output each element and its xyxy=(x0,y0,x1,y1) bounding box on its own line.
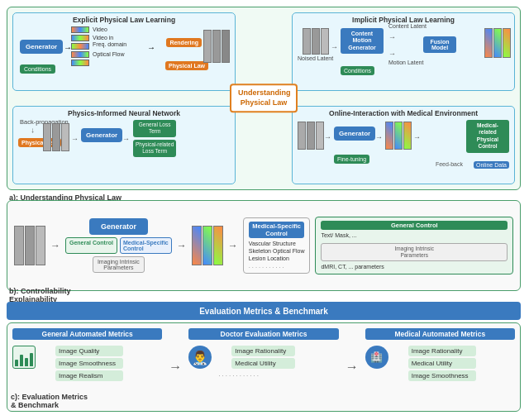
br-output-films xyxy=(385,122,412,150)
bl-input-films xyxy=(43,123,69,151)
bl-prlt: Physical-relatedLoss Term xyxy=(133,140,176,157)
sb-dmri: dMRI, CT, ... parameters xyxy=(321,263,508,270)
sb-lesion: Lesion Location xyxy=(249,255,305,262)
tr-conditions: Conditions xyxy=(341,66,374,75)
sb-generator: Generator xyxy=(89,218,148,235)
sb-med-ctrl-box: Medical-SpecificControl Vascular Structu… xyxy=(243,217,311,274)
sb-med-ctrl-title: Medical-SpecificControl xyxy=(249,222,305,238)
top-left-title: Explicit Physical Law Learning xyxy=(73,16,175,24)
tl-physical-law: Physical Law xyxy=(165,61,208,70)
bl-arrow2: → xyxy=(122,135,130,143)
sb-arrow2: → xyxy=(177,240,187,251)
section-a: Explicit Physical Law Learning Generator… xyxy=(7,7,521,190)
sb-vascular: Vascular Structure xyxy=(249,240,305,247)
tl-rendering: Rendering xyxy=(166,38,202,47)
bl-generator: Generator xyxy=(81,128,122,142)
eval-col-1-header: General Automated Metrics xyxy=(12,328,162,340)
tl-arrow2: → xyxy=(147,43,155,52)
tr-content-latent: Content Latent xyxy=(388,23,427,29)
section-b: → Generator General Control Medical-Spec… xyxy=(7,200,521,291)
sb-arrow1: → xyxy=(50,240,60,251)
br-medical-phy: Medical-relatedPhysicalControl xyxy=(466,120,509,153)
bl-glt: General LossTerm xyxy=(133,120,176,137)
tr-fusion: FusionModel xyxy=(423,36,456,53)
center-physical-law-label: UnderstandingPhysical Law xyxy=(230,84,298,112)
tr-motion-latent: Motion Latent xyxy=(388,60,423,65)
tr-arrow3: → xyxy=(388,50,396,58)
eval-col-1-item-2: Image Smoothness xyxy=(55,358,123,369)
section-c-header: Evaluation Metrics & Benchmark xyxy=(7,302,521,320)
sb-medical-control-sub: Medical-SpecificControl xyxy=(120,237,172,254)
bottom-left-title: Physics-Informed Neural Network xyxy=(68,109,180,117)
tr-arrow2: → xyxy=(388,33,396,41)
eval-col-3-item-2: Medical Utility xyxy=(408,358,476,369)
sb-gen-ctrl-title: General Control xyxy=(321,221,508,230)
eval-col-3-item-3: Image Smoothness xyxy=(408,370,476,381)
main-container: Explicit Physical Law Learning Generator… xyxy=(0,0,529,420)
eval-col-3-header: Medical Automated Metrics xyxy=(365,328,515,340)
br-feedback: Feed-back xyxy=(436,161,463,167)
bl-arr-down: → xyxy=(29,127,37,135)
tr-cmg: ContentMotionGenerator xyxy=(341,28,384,54)
eval-col-2-item-1: Image Rationality xyxy=(231,346,294,356)
bl-loss-terms: General LossTerm Physical-relatedLoss Te… xyxy=(133,120,176,157)
top-right-box: Implicit Physical Law Learning Noised La… xyxy=(292,12,515,91)
eval-col-2-header: Doctor Evaluation Metrics xyxy=(188,328,338,340)
sb-input-films xyxy=(14,226,45,265)
sb-text-mask: Text/ Mask, ... xyxy=(321,231,508,239)
doctor-icon: 👨‍⚕️ xyxy=(188,346,212,369)
sb-imaging-right: Imaging IntrinsicParameters xyxy=(321,243,508,262)
section-c-header-text: Evaluation Metrics & Benchmark xyxy=(199,307,328,316)
bottom-left-box: Physics-Informed Neural Network Back-pro… xyxy=(12,106,236,184)
tl-optical-label: Optical Flow xyxy=(93,51,126,57)
tl-generator: Generator xyxy=(20,40,63,54)
top-left-box: Explicit Physical Law Learning Generator… xyxy=(12,12,236,91)
eval-col-2-item-2: Medical Utility xyxy=(231,358,294,369)
medical-icon: 🏥 xyxy=(365,346,388,369)
eval-arrow-1: → xyxy=(169,328,182,406)
br-finetuning: Fine-tuning xyxy=(334,155,369,164)
bl-arrow1: → xyxy=(71,135,79,143)
sb-skeleton: Skeleton Optical Flow xyxy=(249,247,305,255)
bottom-right-box: Online-Interaction with Medical Environm… xyxy=(292,106,515,184)
br-generator: Generator xyxy=(334,126,375,141)
br-online-data: Online Data xyxy=(474,161,509,169)
section-c-label: c): Evaluation Metrics & Benchmark xyxy=(11,393,88,409)
eval-col-1-item-3: Image Realism xyxy=(55,370,123,381)
br-arrow2: → xyxy=(375,133,383,141)
eval-arrow-2: → xyxy=(346,328,359,406)
general-chart-icon xyxy=(12,346,36,369)
tl-output-films xyxy=(203,30,230,63)
br-arrow1: → xyxy=(324,133,331,141)
sb-output-films xyxy=(192,226,223,265)
sb-arrow3: → xyxy=(228,240,238,251)
tr-noised-label: Noised Latent xyxy=(298,55,333,61)
section-b-label: b): Controllability Explainability xyxy=(9,287,71,303)
tr-noised: Noised Latent xyxy=(298,28,333,61)
eval-col-3-item-1: Image Rationality xyxy=(408,346,476,356)
section-c-content: General Automated Metrics Image Quality … xyxy=(7,322,521,412)
sb-gen-col: Generator General Control Medical-Specif… xyxy=(65,218,172,273)
bottom-right-title: Online-Interaction with Medical Environm… xyxy=(329,109,478,117)
eval-col-2: Doctor Evaluation Metrics 👨‍⚕️ Image Rat… xyxy=(188,328,338,406)
eval-col-2-dotted: ............ xyxy=(218,370,289,378)
tr-output-films xyxy=(484,28,511,58)
sb-dotted: ........... xyxy=(249,262,305,270)
sb-imaging-params: Imaging IntrinsicParameters xyxy=(93,256,145,273)
br-arrow3: → xyxy=(413,133,421,141)
tl-films xyxy=(71,26,89,66)
section-b-inner: → Generator General Control Medical-Spec… xyxy=(7,201,520,290)
sb-general-ctrl-box: General Control Text/ Mask, ... Imaging … xyxy=(315,217,513,275)
eval-col-3: Medical Automated Metrics 🏥 Image Ration… xyxy=(365,328,515,406)
tl-video-label: Video xyxy=(93,26,126,32)
eval-col-1-item-1: Image Quality xyxy=(55,346,123,356)
tl-conditions: Conditions xyxy=(20,64,55,74)
tl-labels: Video Video inFreq. domain Optical Flow xyxy=(93,26,126,57)
tr-arrow1: → xyxy=(331,43,338,51)
br-input-films xyxy=(298,122,324,150)
sb-general-control-sub: General Control xyxy=(65,237,117,254)
tl-freq-label: Video inFreq. domain xyxy=(93,35,126,49)
